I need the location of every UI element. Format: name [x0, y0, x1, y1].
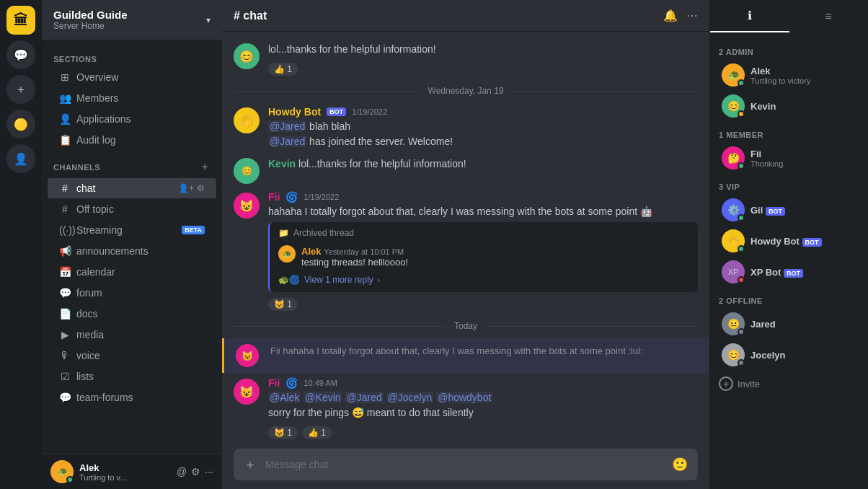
jocelyn-info: Jocelyn [750, 350, 856, 361]
more-options-icon[interactable]: ⋯ [686, 9, 698, 22]
fii-today-reaction1[interactable]: 😺 1 [268, 426, 298, 439]
channel-item-forum[interactable]: 💬 forum [48, 283, 216, 303]
fii-online-dot [738, 162, 745, 169]
alek-status: Turtling to victory [750, 76, 856, 85]
xpbot-bot-badge: BOT [784, 269, 803, 278]
member-xpbot[interactable]: XP XP Bot BOT [713, 257, 865, 287]
sidebar-icon-guilded[interactable]: 🟡 [6, 110, 35, 138]
mention-jared: @Jared [268, 120, 306, 132]
sidebar-header[interactable]: Guilded Guide Server Home ▾ [42, 0, 222, 40]
channel-item-media[interactable]: ▶ media [48, 325, 216, 345]
fii-info: Fii Thonking [750, 149, 856, 168]
channel-item-docs[interactable]: 📄 docs [48, 304, 216, 324]
members-icon: 👥 [59, 92, 71, 104]
message-input-box: ＋ 🙂 [234, 449, 698, 480]
alek-avatar: 🐢 [722, 63, 745, 87]
fii-today-emoji: 🌀 [285, 377, 298, 389]
howdy-bot-content: Howdy Bot BOT 1/19/2022 @Jared blah blah… [268, 106, 698, 149]
member-jared[interactable]: 😐 Jared [713, 309, 865, 339]
jocelyn-avatar: 😊 [722, 343, 745, 366]
sections-label: Sections [42, 46, 222, 66]
thread-alek-text: testing threads! hellloooo! [301, 257, 408, 268]
lists-label: lists [76, 371, 205, 382]
howdybot-bot-badge: BOT [802, 238, 822, 247]
howdy-bot-avatar: 👋 [234, 107, 260, 133]
jocelyn-name: Jocelyn [750, 350, 856, 361]
mention-icon[interactable]: @ [177, 466, 187, 477]
chat-label: chat [76, 182, 172, 194]
settings-icon[interactable]: ⚙ [197, 183, 205, 193]
fii-today-content: Fii 🌀 10:49 AM @Alek @Kevin @Jared @Joce… [268, 377, 698, 439]
sidebar-item-audit[interactable]: 📋 Audit log [48, 130, 216, 150]
channel-actions: 👤+ ⚙ [178, 183, 205, 193]
server-sub: Server Home [53, 21, 128, 31]
reaction[interactable]: 👍 1 [268, 63, 298, 76]
sidebar-item-members[interactable]: 👥 Members [48, 88, 216, 108]
channel-item-chat[interactable]: # chat 👤+ ⚙ [48, 178, 216, 198]
kevin-avatar: 😊 [722, 94, 745, 118]
channel-item-streaming[interactable]: ((·)) Streaming BETA [48, 220, 216, 240]
applications-label: Applications [76, 113, 205, 125]
sidebar-chevron-icon[interactable]: ▾ [206, 15, 211, 25]
channel-item-calendar[interactable]: 📅 calendar [48, 262, 216, 282]
emoji-picker-icon[interactable]: 🙂 [672, 457, 688, 472]
channel-item-voice[interactable]: 🎙 voice [48, 345, 216, 366]
channel-item-team-forums[interactable]: 💬 team-forums [48, 387, 216, 408]
fii-today-reaction2[interactable]: 👍 1 [302, 426, 332, 439]
offtopic-label: Off topic [76, 203, 205, 215]
tab-members[interactable]: ≡ [789, 0, 869, 32]
member-howdybot[interactable]: 👋 Howdy Bot BOT [713, 226, 865, 256]
invite-button[interactable]: + Invite [710, 371, 868, 397]
channel-item-offtopic[interactable]: # Off topic [48, 199, 216, 219]
mention-alek: @Alek [268, 392, 301, 403]
fii-today-main-message: 😺 Fii 🌀 10:49 AM @Alek @Kevin @Jared @Jo… [222, 374, 709, 440]
view-more[interactable]: 🐢🌀 View 1 more reply › [278, 273, 689, 286]
kevin-content: Kevin lol...thanks for the helpful infor… [268, 157, 698, 184]
jared-info: Jared [750, 319, 856, 330]
fii-today-text: sorry for the pings 😅 meant to do that s… [268, 405, 698, 420]
fii-today-timestamp: 10:49 AM [304, 379, 337, 387]
member-kevin[interactable]: 😊 Kevin [713, 91, 865, 121]
sidebar-icon-profile[interactable]: 👤 [6, 144, 35, 173]
fii-emoji: 🌀 [285, 191, 298, 203]
message-group: 😊 lol...thanks for the helpful informati… [222, 39, 709, 79]
sidebar-icon-add[interactable]: ＋ [6, 75, 35, 104]
channel-item-announcements[interactable]: 📢 announcements [48, 241, 216, 261]
fii-today-header: Fii 🌀 10:49 AM [268, 377, 698, 389]
bell-icon[interactable]: 🔔 [663, 9, 678, 22]
message-input[interactable] [265, 459, 663, 470]
howdybot-avatar: 👋 [722, 229, 745, 252]
add-member-icon[interactable]: 👤+ [178, 183, 194, 193]
tab-info[interactable]: ℹ [710, 0, 789, 32]
chat-title: # chat [234, 9, 267, 22]
announcements-label: announcements [76, 245, 205, 257]
message-add-icon[interactable]: ＋ [244, 456, 257, 473]
fii-timestamp: 1/19/2022 [304, 193, 339, 201]
fii-header: Fii 🌀 1/19/2022 [268, 191, 698, 203]
chevron-right-icon: › [378, 276, 380, 284]
voice-icon: 🎙 [59, 350, 71, 361]
channel-item-lists[interactable]: ☑ lists [48, 366, 216, 387]
invite-label: Invite [738, 379, 760, 389]
hash-icon: # [59, 182, 71, 194]
fii-avatar-right: 🤔 [722, 146, 745, 169]
member-alek[interactable]: 🐢 Alek Turtling to victory [713, 60, 865, 90]
sidebar-item-applications[interactable]: 👤 Applications [48, 109, 216, 129]
gil-bot-badge: BOT [766, 207, 785, 216]
calendar-icon: 📅 [59, 266, 71, 278]
channels-add-icon[interactable]: ＋ [199, 159, 211, 175]
member-fii[interactable]: 🤔 Fii Thonking [713, 143, 865, 173]
member-jocelyn[interactable]: 😊 Jocelyn [713, 340, 865, 370]
server-icon[interactable]: 🏛 [6, 6, 35, 35]
fii-today-message: 😺 Fii hahaha I totally forgot about that… [222, 338, 709, 373]
chat-header: # chat 🔔 ⋯ [222, 0, 709, 32]
sidebar-item-overview[interactable]: ⊞ Overview [48, 67, 216, 87]
sidebar-icon-chat[interactable]: 💬 [6, 40, 35, 69]
xpbot-dot [738, 276, 745, 283]
settings-gear-icon[interactable]: ⚙ [191, 466, 200, 477]
team-forums-icon: 💬 [59, 392, 71, 403]
invite-plus-icon: + [719, 376, 733, 391]
more-icon[interactable]: ··· [205, 466, 213, 477]
fii-reaction[interactable]: 😺 1 [268, 298, 298, 311]
member-gil[interactable]: ⚙️ Gil BOT [713, 195, 865, 225]
